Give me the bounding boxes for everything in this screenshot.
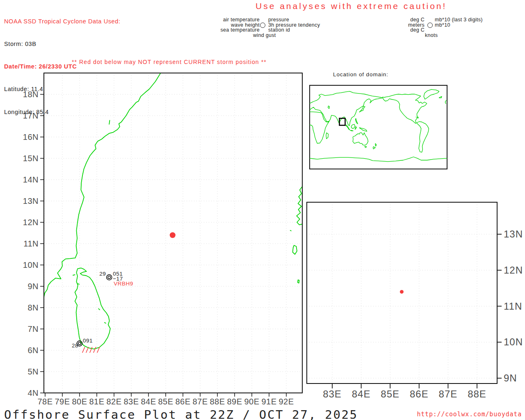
units-circle-icon (427, 23, 433, 28)
station-label: VRBH9 (114, 281, 133, 287)
coastline (310, 157, 447, 162)
axis-label: 87E (192, 397, 208, 406)
station-plot: 28091 (72, 338, 93, 349)
coastline (297, 187, 302, 225)
storm-info-title: NOAA SSD Tropical Cyclone Data Used: (4, 18, 121, 25)
storm-longitude-line: Longitude: 85.4 (4, 108, 121, 116)
axis-label: 86E (410, 388, 429, 399)
station-label: 28 (72, 342, 78, 349)
station-model-circle-icon (260, 23, 265, 28)
axis-label: 8N (27, 303, 39, 312)
source-url-link[interactable]: http://coolwx.com/buoydata (417, 411, 522, 418)
coastline (350, 130, 354, 131)
axis-label: 89E (227, 397, 242, 406)
station-circle-icon (108, 276, 110, 278)
offshore-surface-plot-page: 4N5N6N7N8N9N10N11N12N13N14N15N16N17N18N7… (0, 0, 525, 420)
axis-label: 11N (504, 301, 522, 312)
axis-label: 83E (123, 397, 139, 406)
hatch-mark (82, 347, 85, 353)
axis-label: 15N (23, 154, 39, 163)
coastline (359, 128, 367, 131)
axis-label: 81E (89, 397, 104, 406)
axis-label: 86E (175, 397, 190, 406)
axis-label: 14N (23, 175, 39, 184)
coastline (359, 106, 365, 112)
inset-map-title: Location of domain: (333, 71, 388, 78)
storm-id-line: Storm: 03B (4, 40, 121, 48)
hatch-mark (94, 347, 96, 353)
axis-label: 90E (244, 397, 259, 406)
coastline (98, 309, 100, 310)
axis-label: 9N (504, 372, 517, 383)
coastline (290, 231, 291, 231)
axis-label: 84E (352, 388, 371, 399)
inset-world-map (310, 85, 447, 169)
storm-info-block: NOAA SSD Tropical Cyclone Data Used: Sto… (4, 2, 121, 131)
legend-station-id: station id (268, 27, 367, 33)
unit-3h-tendency: mb*10 (435, 23, 525, 28)
coastline (365, 146, 367, 148)
storm-position-dot (170, 232, 176, 238)
axis-label: 10N (23, 260, 39, 269)
axis-label: 79E (55, 397, 70, 406)
coastline (351, 124, 355, 128)
zoom-map: 83E84E85E86E87E88E9N10N11N12N13N (307, 202, 523, 399)
axis-label: 6N (27, 346, 39, 355)
inset-border (310, 85, 447, 169)
legend-wind-gust: wind gust (253, 33, 276, 38)
axis-label: 13N (504, 228, 523, 240)
axis-label: 13N (23, 196, 39, 205)
unit-wind-gust: knots (425, 33, 438, 38)
axis-label: 88E (468, 388, 486, 399)
axis-label: 4N (27, 388, 39, 397)
coastline (373, 147, 376, 149)
axis-label: 82E (106, 397, 121, 406)
axis-label: 92E (278, 397, 294, 406)
axis-label: 80E (72, 397, 87, 406)
axis-label: 85E (158, 397, 173, 406)
axis-label: 7N (27, 324, 39, 333)
caution-banner: Use analyses with extreme caution! (256, 1, 447, 11)
axis-label: 10N (504, 336, 523, 347)
coastline (326, 133, 329, 139)
coastline (375, 144, 377, 146)
unit-sea-temperature: deg C (359, 27, 425, 33)
axis-label: 12N (23, 218, 39, 227)
plot-title: Offshore Surface Plot at 22Z / OCT 27, 2… (4, 408, 358, 420)
coastline (353, 133, 368, 146)
coastline (328, 106, 330, 109)
coastline (383, 94, 427, 123)
world-coastlines (310, 89, 447, 162)
storm-latitude-line: Latitude: 11.4 (4, 85, 121, 93)
axis-label: 78E (37, 397, 52, 406)
axis-label: 16N (23, 132, 39, 142)
coastline (439, 96, 442, 98)
station-circle-icon (107, 275, 112, 280)
legend-sea-temperature: sea temperature (169, 27, 260, 33)
storm-position-dot (400, 290, 404, 294)
axis-label: 88E (210, 397, 225, 406)
coastline (355, 127, 357, 130)
axis-label: 5N (27, 367, 39, 376)
coastline (75, 268, 110, 349)
axis-label: 83E (323, 388, 342, 399)
axis-label: 84E (141, 397, 156, 406)
coastline (73, 275, 75, 275)
station-label: 091 (83, 338, 93, 344)
coastline (424, 89, 439, 99)
coastline (105, 322, 106, 323)
coastline (298, 280, 299, 283)
axis-label: 87E (439, 388, 458, 399)
storm-position-warning: ** Red dot below may NOT represent CURRE… (72, 59, 267, 65)
coastline (293, 245, 297, 254)
coastline (445, 100, 446, 104)
coastline (356, 119, 358, 124)
coastline (417, 121, 429, 152)
domain-rect (340, 118, 345, 125)
axis-label: 11N (23, 239, 39, 248)
axis-label: 9N (27, 282, 39, 291)
station-plot: 29051−17VRBH9 (99, 271, 133, 287)
coastline (310, 91, 383, 126)
axis-label: 85E (381, 388, 399, 399)
axis-label: 91E (261, 397, 276, 406)
